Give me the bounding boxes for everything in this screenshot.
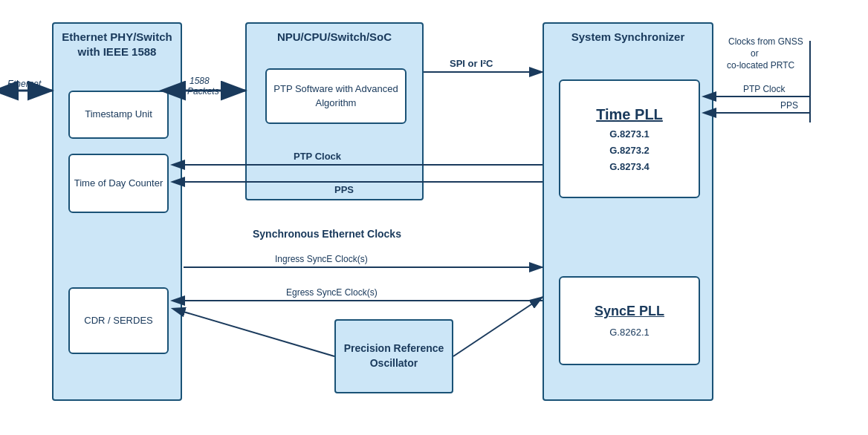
synce-pll-box: SyncE PLL G.8262.1 bbox=[559, 276, 700, 365]
egress-synce-label: Egress SyncE Clock(s) bbox=[286, 287, 378, 298]
or-label: or bbox=[751, 48, 759, 59]
timestamp-unit-box: Timestamp Unit bbox=[68, 91, 169, 139]
time-pll-std1: G.8273.1 bbox=[609, 128, 650, 141]
packets-label: Packets bbox=[187, 86, 219, 97]
npu-panel-title: NPU/CPU/Switch/SoC bbox=[247, 30, 422, 45]
time-pll-std2: G.8273.2 bbox=[609, 144, 650, 157]
ptp-clock-right-label: PTP Clock bbox=[743, 84, 786, 94]
ptp-software-box: PTP Software with Advanced Algorithm bbox=[265, 68, 407, 124]
cdr-serdes-label: CDR / SERDES bbox=[84, 314, 152, 327]
pps-right-label: PPS bbox=[780, 100, 798, 111]
ethernet-phy-panel: Ethernet PHY/Switch with IEEE 1588 Times… bbox=[52, 22, 182, 401]
clocks-gnss-label: Clocks from GNSS bbox=[728, 36, 803, 47]
time-of-day-counter-label: Time of Day Counter bbox=[74, 177, 163, 190]
sys-panel-title: System Synchronizer bbox=[544, 30, 712, 45]
co-located-prtc-label: co-located PRTC bbox=[727, 60, 794, 71]
spi-i2c-label: SPI or I²C bbox=[450, 58, 493, 69]
eth-panel-title: Ethernet PHY/Switch with IEEE 1588 bbox=[54, 30, 181, 59]
ingress-synce-label: Ingress SyncE Clock(s) bbox=[275, 254, 368, 264]
time-of-day-counter-box: Time of Day Counter bbox=[68, 154, 169, 213]
time-pll-label: Time PLL bbox=[596, 104, 663, 125]
npu-panel: NPU/CPU/Switch/SoC PTP Software with Adv… bbox=[245, 22, 424, 200]
sync-eth-clocks-label: Synchronous Ethernet Clocks bbox=[253, 228, 401, 240]
synce-pll-label: SyncE PLL bbox=[595, 302, 664, 321]
time-pll-std3: G.8273.4 bbox=[609, 160, 650, 174]
svg-line-11 bbox=[453, 297, 542, 356]
cdr-serdes-box: CDR / SERDES bbox=[68, 287, 169, 354]
ethernet-label: Ethernet bbox=[7, 79, 42, 89]
synce-pll-std: G.8262.1 bbox=[609, 326, 650, 339]
precision-osc-box: Precision Reference Oscillator bbox=[334, 319, 453, 393]
timestamp-unit-label: Timestamp Unit bbox=[85, 108, 152, 121]
time-pll-box: Time PLL G.8273.1 G.8273.2 G.8273.4 bbox=[559, 79, 700, 198]
precision-osc-label: Precision Reference Oscillator bbox=[336, 341, 452, 370]
svg-line-12 bbox=[184, 312, 334, 356]
packets-1588-label: 1588 bbox=[190, 76, 210, 86]
system-synchronizer-panel: System Synchronizer Time PLL G.8273.1 G.… bbox=[542, 22, 713, 401]
diagram-container: Ethernet PHY/Switch with IEEE 1588 Times… bbox=[0, 0, 868, 435]
ptp-software-label: PTP Software with Advanced Algorithm bbox=[267, 82, 405, 109]
